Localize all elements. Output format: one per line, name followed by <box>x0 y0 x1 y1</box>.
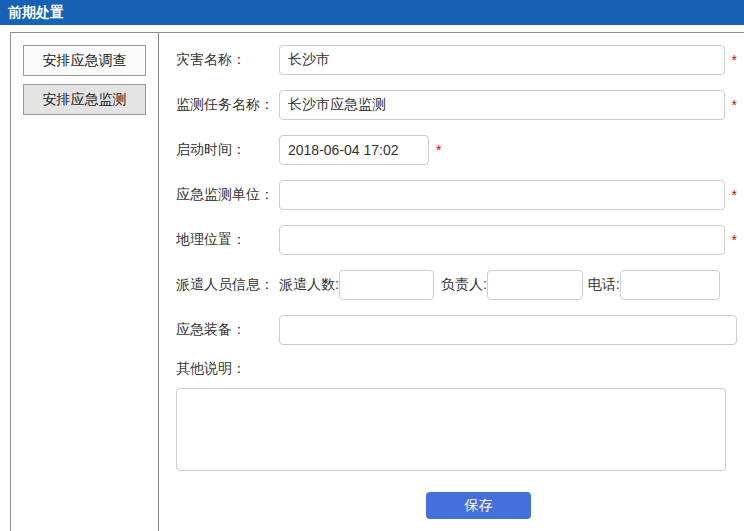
disaster-name-input[interactable] <box>279 45 725 75</box>
task-name-input[interactable] <box>279 90 725 120</box>
required-marker: * <box>436 142 441 158</box>
disaster-name-label: 灾害名称： <box>176 51 279 69</box>
sidebar-button-arrange-monitoring[interactable]: 安排应急监测 <box>23 84 146 115</box>
field-row-task-name: 监测任务名称： * <box>176 90 737 120</box>
monitor-unit-input[interactable] <box>279 180 725 210</box>
field-row-location: 地理位置： * <box>176 225 737 255</box>
dispatch-phone-input[interactable] <box>620 270 720 300</box>
dispatch-count-label: 派遣人数: <box>279 276 339 294</box>
field-row-equipment: 应急装备： <box>176 315 737 345</box>
equipment-label: 应急装备： <box>176 321 279 339</box>
form-area: 灾害名称： * 监测任务名称： * 启动时间： * 应急监测单位： * 地理位置… <box>159 33 744 531</box>
field-row-monitor-unit: 应急监测单位： * <box>176 180 737 210</box>
location-input[interactable] <box>279 225 725 255</box>
sidebar-button-arrange-investigation[interactable]: 安排应急调查 <box>23 45 146 76</box>
task-name-label: 监测任务名称： <box>176 96 279 114</box>
dispatch-info-label: 派遣人员信息： <box>176 276 279 294</box>
field-row-start-time: 启动时间： * <box>176 135 737 165</box>
start-time-label: 启动时间： <box>176 141 279 159</box>
save-row: 保存 <box>176 492 744 519</box>
save-button[interactable]: 保存 <box>426 492 531 519</box>
remarks-label: 其他说明： <box>176 360 744 378</box>
required-marker: * <box>732 232 737 248</box>
sidebar: 安排应急调查 安排应急监测 <box>11 33 159 531</box>
equipment-input[interactable] <box>279 315 737 345</box>
monitor-unit-label: 应急监测单位： <box>176 186 279 204</box>
dispatch-leader-label: 负责人: <box>441 276 487 294</box>
field-row-disaster-name: 灾害名称： * <box>176 45 737 75</box>
main-panel: 安排应急调查 安排应急监测 灾害名称： * 监测任务名称： * 启动时间： * … <box>10 32 744 531</box>
start-time-input[interactable] <box>279 135 429 165</box>
location-label: 地理位置： <box>176 231 279 249</box>
dispatch-count-input[interactable] <box>339 270 434 300</box>
page-title: 前期处置 <box>0 0 744 25</box>
field-row-dispatch-info: 派遣人员信息： 派遣人数: 负责人: 电话: <box>176 270 737 300</box>
dispatch-phone-label: 电话: <box>588 276 620 294</box>
required-marker: * <box>732 187 737 203</box>
required-marker: * <box>732 97 737 113</box>
dispatch-leader-input[interactable] <box>487 270 583 300</box>
required-marker: * <box>732 52 737 68</box>
remarks-textarea[interactable] <box>176 388 726 471</box>
